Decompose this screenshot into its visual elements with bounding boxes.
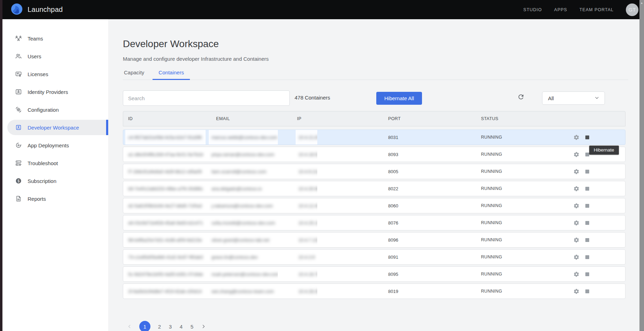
hibernate-all-button[interactable]: Hibernate All (376, 92, 422, 105)
port-value: 8031 (383, 135, 476, 140)
stop-square-icon[interactable] (585, 238, 589, 242)
redacted-email: priya.raman@contoso-dev.com (209, 152, 274, 157)
page-button-4[interactable]: 4 (179, 324, 183, 330)
sidebar-item-troubleshoot[interactable]: Troubleshoot (2, 155, 108, 171)
stop-square-icon[interactable] (585, 289, 589, 293)
identity-providers-icon (15, 88, 22, 95)
troubleshoot-icon (15, 160, 22, 167)
search-input[interactable] (123, 90, 290, 106)
redacted-ip: 10.4.12.40 (296, 203, 317, 208)
redacted-email: grace.lin@contoso.dev (209, 255, 258, 260)
chevron-left-icon[interactable] (127, 324, 132, 329)
port-value: 8096 (383, 237, 476, 243)
stop-square-icon[interactable] (585, 170, 589, 174)
sidebar-item-label: Teams (28, 36, 43, 42)
stop-square-icon[interactable] (585, 272, 589, 276)
brand[interactable]: Launchpad (11, 3, 63, 16)
topbar-link-apps[interactable]: APPS (554, 7, 567, 12)
topbar-links: STUDIO APPS TEAM PORTAL GT (523, 3, 634, 16)
filter-dropdown[interactable]: All (542, 91, 605, 105)
table-row[interactable]: 73-c1e85d09a4b6-41d2-8c67-f90ab3 grace.l… (123, 249, 626, 265)
table-row[interactable]: 5c-9d2478e1b0f3-4a55-b391-07c6de noah.pe… (123, 266, 626, 282)
sidebar: Teams Users Licenses (2, 19, 108, 331)
table-row[interactable]: a1-d8e304f6c2b9-47aa-9c01-5e7b2d priya.r… (123, 147, 626, 162)
settings-gear-icon[interactable] (573, 271, 579, 277)
sidebar-item-label: Licenses (28, 71, 48, 77)
chevron-right-icon[interactable] (201, 324, 206, 329)
page-button-1[interactable]: 1 (139, 321, 150, 331)
stop-square-icon[interactable] (585, 187, 589, 191)
tab-capacity[interactable]: Capacity (123, 69, 153, 80)
stop-square-icon[interactable] (585, 135, 589, 139)
redacted-id: 73-c1e85d09a4b6-41d2-8c67-f90ab3 (125, 255, 203, 260)
settings-gear-icon[interactable] (573, 186, 579, 192)
filter-dropdown-value: All (548, 95, 554, 101)
sidebar-item-identity-providers[interactable]: Identity Providers (2, 84, 108, 100)
column-header-id: ID (123, 116, 211, 121)
redacted-id: e6-03c9d71b4f28-45a6-9e83-b2c471 (125, 220, 203, 226)
settings-gear-icon[interactable] (573, 220, 579, 226)
sidebar-item-teams[interactable]: Teams (2, 31, 108, 46)
redacted-ip: 10.4.18.52 (296, 152, 317, 157)
containers-table: ID EMAIL IP PORT STATUS c4-9f27ab31e08d-… (123, 111, 626, 301)
sidebar-item-app-deployments[interactable]: App Deployments (2, 138, 108, 153)
redacted-email: noah.petersen@contoso-dev.com (209, 272, 278, 277)
developer-workspace-icon (15, 124, 22, 131)
stop-square-icon[interactable] (585, 255, 589, 259)
redacted-id: 98-b4f6a20e7d31-4c88-af09-6d215e (125, 237, 202, 243)
sidebar-item-reports[interactable]: Reports (2, 191, 108, 206)
redacted-ip: 10.4.16.78 (296, 272, 317, 277)
port-value: 8095 (383, 272, 476, 277)
table-row[interactable]: d2-5a81f09b3c64-4e27-b8d5-71f0a3 j.nakam… (123, 198, 626, 213)
page-button-3[interactable]: 3 (169, 324, 172, 330)
stop-square-icon[interactable] (585, 153, 589, 156)
stop-square-icon[interactable] (585, 204, 589, 208)
topbar-link-studio[interactable]: STUDIO (523, 7, 542, 12)
sidebar-item-configuration[interactable]: Configuration (2, 102, 108, 117)
page-button-5[interactable]: 5 (190, 324, 194, 330)
topbar-link-team-portal[interactable]: TEAM PORTAL (579, 7, 614, 12)
teams-icon (15, 35, 22, 42)
table-row[interactable]: f7-2b6c91d4e8a0-4d3f-8b12-c65a09 liam.oc… (123, 164, 626, 179)
table-row[interactable]: 2f-6a0b3c94d8e7-4f19-82ab-c50d14 wei.zha… (123, 284, 626, 299)
redacted-email: oliver.grant@contoso-lab.net (209, 237, 269, 243)
settings-gear-icon[interactable] (573, 254, 579, 260)
status-value: RUNNING (476, 186, 569, 191)
sidebar-item-developer-workspace[interactable]: Developer Workspace (7, 120, 108, 135)
sidebar-item-licenses[interactable]: Licenses (2, 66, 108, 82)
settings-gear-icon[interactable] (573, 134, 579, 140)
redacted-ip: 10.4.9.214 (296, 169, 317, 174)
settings-gear-icon[interactable] (573, 288, 579, 294)
table-row[interactable]: b9-7e40c2a8d153-49be-a7f4-30d96c ana.del… (123, 181, 626, 196)
redacted-email: marcus.webb@contoso-dev.com (209, 135, 277, 140)
table-rows: c4-9f27ab31e08d-4c5a-b2e7-91d3f6 marcus.… (123, 130, 626, 299)
redacted-id: 2f-6a0b3c94d8e7-4f19-82ab-c50d14 (125, 289, 202, 294)
table-row[interactable]: 98-b4f6a20e7d31-4c88-af09-6d215e oliver.… (123, 232, 626, 248)
port-value: 8093 (383, 152, 476, 157)
hibernate-tooltip: Hibernate (589, 146, 619, 155)
redacted-id: a1-d8e304f6c2b9-47aa-9c01-5e7b2d (125, 152, 203, 157)
page-button-2[interactable]: 2 (158, 324, 161, 330)
port-value: 8019 (383, 289, 476, 294)
table-row[interactable]: c4-9f27ab31e08d-4c5a-b2e7-91d3f6 marcus.… (123, 130, 626, 145)
status-value: RUNNING (476, 169, 569, 174)
user-avatar[interactable]: GT (626, 3, 638, 16)
licenses-icon (15, 71, 22, 78)
tab-containers[interactable]: Containers (153, 69, 190, 80)
table-row[interactable]: e6-03c9d71b4f28-45a6-9e83-b2c471 sofia.m… (123, 215, 626, 230)
sidebar-item-subscription[interactable]: $ Subscription (2, 173, 108, 189)
window-edge-strip (0, 0, 2, 331)
scrollbar-up-arrow-icon[interactable]: ▲ (639, 0, 644, 6)
redacted-ip: 10.4.28.35 (296, 289, 317, 294)
settings-gear-icon[interactable] (573, 152, 579, 157)
stop-square-icon[interactable] (585, 221, 589, 225)
sidebar-item-users[interactable]: Users (2, 49, 108, 64)
refresh-icon[interactable] (517, 93, 525, 101)
scrollbar[interactable]: ▲ (639, 0, 644, 331)
settings-gear-icon[interactable] (573, 237, 579, 243)
port-value: 8091 (383, 255, 476, 260)
settings-gear-icon[interactable] (573, 169, 579, 175)
settings-gear-icon[interactable] (573, 203, 579, 209)
svg-text:$: $ (17, 179, 20, 183)
page-title: Developer Workspace (123, 38, 639, 50)
